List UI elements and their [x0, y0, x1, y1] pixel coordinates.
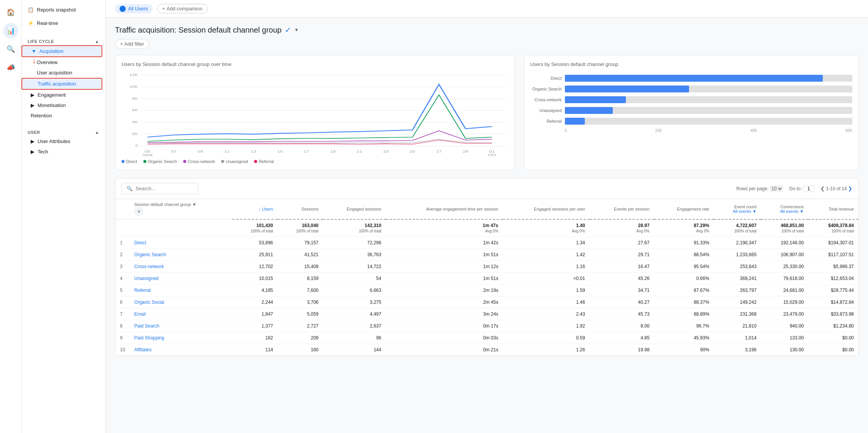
- engagement-item[interactable]: ▶ Engagement: [21, 90, 102, 100]
- channel-name-cell[interactable]: Paid Search: [130, 320, 232, 332]
- svg-text:8K: 8K: [132, 96, 138, 100]
- retention-item[interactable]: Retention: [21, 110, 102, 121]
- user-attributes-item[interactable]: ▶ User Attributes: [21, 136, 102, 147]
- svg-text:27: 27: [436, 150, 441, 153]
- add-filter-button[interactable]: + Add filter: [115, 39, 149, 49]
- line-chart-svg: 12K 10K 8K 6K 4K 2K 0: [121, 72, 508, 156]
- expand-icon-monetisation: ▶: [31, 102, 34, 108]
- traffic-acquisition-item[interactable]: Traffic acquisition: [21, 78, 102, 90]
- verified-icon: ✓: [285, 25, 291, 35]
- channel-name-cell[interactable]: Cross-network: [130, 260, 232, 272]
- bar-label-organic: Organic Search: [530, 87, 565, 91]
- expand-icon: ▼: [31, 48, 36, 54]
- search-box[interactable]: 🔍: [121, 183, 198, 194]
- search-icon: 🔍: [126, 186, 133, 191]
- svg-text:6K: 6K: [132, 108, 138, 112]
- advertising-icon[interactable]: 📣: [3, 60, 18, 75]
- reports-snapshot-label: Reports snapshot: [37, 7, 76, 13]
- chevron-up-icon: ▲: [95, 39, 99, 44]
- tech-item[interactable]: ▶ Tech: [21, 147, 102, 157]
- lifecycle-header[interactable]: Life cycle ▲: [21, 36, 105, 45]
- goto-input[interactable]: [803, 186, 814, 192]
- acquisition-item[interactable]: ▼ Acquisition: [21, 45, 102, 57]
- add-col-button[interactable]: +: [134, 207, 143, 216]
- channel-name-cell[interactable]: Direct: [130, 237, 232, 249]
- svg-text:13: 13: [251, 150, 256, 153]
- bar-label-referral: Referral: [530, 119, 565, 123]
- channel-name-cell[interactable]: Organic Social: [130, 296, 232, 308]
- channel-name-cell[interactable]: Unassigned: [130, 272, 232, 284]
- explore-icon[interactable]: 🔍: [3, 41, 18, 57]
- th-engaged-per-user[interactable]: Engaged sessions per user: [503, 199, 589, 219]
- table-header-row: Session default channel group ▼ + ↓ User…: [115, 199, 858, 219]
- user-chip-icon: [120, 6, 126, 12]
- table-row: 8 Paid Search 1,377 2,727 2,637 0m 17s 1…: [115, 320, 858, 332]
- line-chart-legend: Direct Organic Search Cross-network Unas…: [121, 159, 508, 164]
- expand-icon-engagement: ▶: [31, 92, 34, 98]
- rank-cell: 8: [115, 320, 130, 332]
- table-row: 2 Organic Search 25,911 41,521 36,763 1m…: [115, 249, 858, 260]
- user-acquisition-item[interactable]: User acquisition: [21, 68, 102, 78]
- channel-name-cell[interactable]: Referral: [130, 284, 232, 296]
- th-engagement-rate[interactable]: Engagement rate: [654, 199, 714, 219]
- th-total-revenue[interactable]: Total revenue: [808, 199, 858, 219]
- data-table: 🔍 Rows per page: 10 25 50 Go to:: [115, 178, 859, 356]
- table-options: Rows per page: 10 25 50 Go to: ❮ 1-10 o: [736, 186, 852, 192]
- dropdown-arrow[interactable]: ▼: [294, 27, 299, 33]
- svg-text:19: 19: [330, 150, 336, 153]
- svg-text:09: 09: [198, 150, 203, 153]
- reports-icon[interactable]: 📊: [3, 23, 18, 38]
- next-page-button[interactable]: ❯: [848, 186, 852, 191]
- svg-text:12K: 12K: [129, 72, 138, 76]
- all-users-chip[interactable]: All Users: [115, 4, 153, 13]
- svg-text:29: 29: [463, 150, 468, 153]
- rank-cell: 4: [115, 272, 130, 284]
- plus-icon-filter: +: [120, 41, 123, 47]
- totals-row: 101,430100% of total 163,040100% of tota…: [115, 219, 858, 237]
- all-users-label: All Users: [128, 6, 148, 12]
- th-avg-engagement[interactable]: Average engagement time per session: [386, 199, 503, 219]
- channel-name-cell[interactable]: Email: [130, 308, 232, 320]
- svg-text:21: 21: [357, 150, 362, 153]
- svg-text:10K: 10K: [129, 84, 138, 88]
- line-chart-card: Users by Session default channel group o…: [115, 55, 515, 170]
- channel-name-cell[interactable]: Organic Search: [130, 249, 232, 260]
- rank-cell: 3: [115, 260, 130, 272]
- expand-icon-user-attr: ▶: [31, 138, 34, 144]
- pagination-info: ❮ 1-10 of 14 ❯: [820, 186, 852, 191]
- table-row: 9 Paid Shopping 162 209 96 0m 03s 0.59 4…: [115, 332, 858, 344]
- svg-text:15: 15: [277, 150, 282, 153]
- svg-text:Oct: Oct: [488, 153, 496, 156]
- monetisation-item[interactable]: ▶ Monetisation: [21, 100, 102, 110]
- channel-name-cell[interactable]: Affiliates: [130, 344, 232, 356]
- search-input[interactable]: [136, 186, 193, 191]
- rows-per-page-select[interactable]: 10 25 50: [770, 186, 783, 192]
- page-title: Traffic acquisition: Session default cha…: [115, 25, 859, 35]
- reports-snapshot-item[interactable]: 📋 Reports snapshot: [21, 3, 105, 16]
- svg-text:Sept: Sept: [142, 153, 153, 156]
- th-engaged-sessions[interactable]: Engaged sessions: [323, 199, 386, 219]
- user-header[interactable]: User ▲: [21, 127, 105, 136]
- rank-cell: 2: [115, 249, 130, 260]
- dropdown-icon: ▼: [192, 202, 196, 207]
- rank-cell: 5: [115, 284, 130, 296]
- svg-text:07: 07: [171, 150, 177, 153]
- channel-name-cell[interactable]: Paid Shopping: [130, 332, 232, 344]
- th-conversions[interactable]: ConversionsAll events ▼: [761, 199, 808, 219]
- table-row: 7 Email 1,847 5,059 4,497 3m 24s 2.43 45…: [115, 308, 858, 320]
- th-users[interactable]: ↓ Users: [232, 199, 278, 219]
- arrow-indicator: ↓: [32, 56, 36, 65]
- add-comparison-button[interactable]: + Add comparison: [157, 4, 208, 13]
- th-channel-group[interactable]: Session default channel group ▼ +: [130, 199, 232, 219]
- th-events-per-session[interactable]: Events per session: [590, 199, 654, 219]
- th-sessions[interactable]: Sessions: [277, 199, 323, 219]
- svg-text:11: 11: [224, 150, 230, 153]
- prev-page-button[interactable]: ❮: [820, 186, 825, 191]
- bar-chart-title: Users by Session default channel group: [530, 61, 852, 67]
- home-icon[interactable]: 🏠: [3, 5, 18, 20]
- table-row: 1 Direct 53,896 79,157 72,296 1m 42s 1.3…: [115, 237, 858, 249]
- realtime-item[interactable]: ⚡ Real-time: [21, 16, 105, 30]
- svg-text:25: 25: [410, 150, 415, 153]
- bar-chart-card: Users by Session default channel group D…: [524, 55, 859, 170]
- th-event-count[interactable]: Event countAll events ▼: [714, 199, 761, 219]
